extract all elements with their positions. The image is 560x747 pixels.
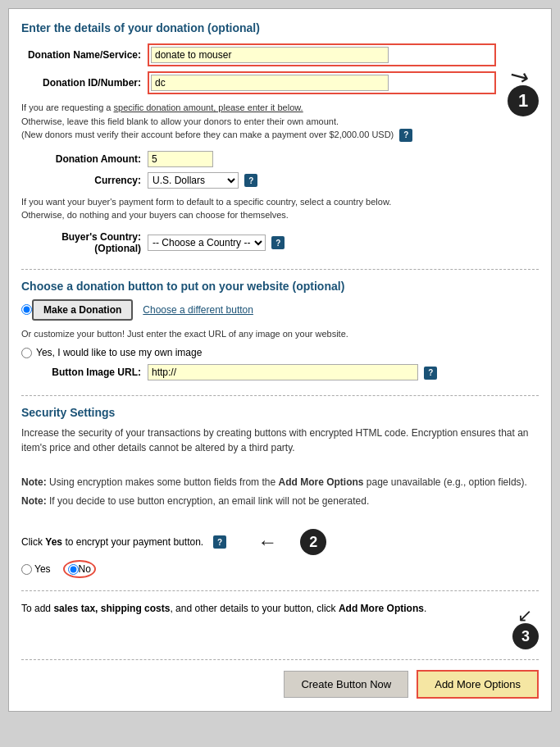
add-more-options-button[interactable]: Add More Options: [417, 670, 539, 699]
main-container: Enter the details of your donation (opti…: [8, 8, 552, 712]
section2-title: Choose a donation button to put on your …: [21, 280, 539, 293]
circle-1: 1: [508, 85, 539, 116]
donation-id-label: Donation ID/Number:: [21, 69, 144, 97]
encrypt-row: Click Yes to encrypt your payment button…: [21, 529, 539, 555]
create-button-now[interactable]: Create Button Now: [284, 671, 408, 698]
own-image-radio[interactable]: [21, 348, 32, 358]
country-form-table: Buyer's Country:(Optional) -- Choose a C…: [21, 229, 499, 257]
currency-select[interactable]: U.S. Dollars Euro British Pound Canadian…: [148, 172, 239, 189]
help-icon-amount[interactable]: ?: [399, 129, 412, 142]
own-image-row: Yes, I would like to use my own image: [21, 347, 539, 358]
section-security: Security Settings Increase the security …: [21, 406, 539, 578]
section1-title: Enter the details of your donation (opti…: [21, 21, 499, 34]
country-select[interactable]: -- Choose a Country -- United States Uni…: [148, 235, 266, 251]
sales-tax-bold: sales tax, shipping costs: [53, 603, 170, 614]
divider-2: [21, 395, 539, 396]
circle-3: 3: [512, 623, 539, 649]
section-donation-details: Enter the details of your donation (opti…: [21, 21, 539, 257]
donation-info-text: If you are requesting a specific donatio…: [21, 101, 499, 142]
section-add-more: To add sales tax, shipping costs, and ot…: [21, 601, 539, 649]
no-label[interactable]: No: [63, 560, 96, 578]
donation-name-label: Donation Name/Service:: [21, 41, 144, 69]
yes-text: Yes: [34, 563, 51, 575]
add-more-text-prefix: To add: [21, 603, 53, 614]
divider-1: [21, 269, 539, 270]
donation-form-table: Donation Name/Service: Donation ID/Numbe…: [21, 41, 499, 97]
make-donation-radio[interactable]: [21, 304, 32, 315]
add-more-text-mid: , and other details to your button, clic…: [170, 603, 338, 614]
button-url-input[interactable]: [148, 364, 418, 380]
amount-form-table: Donation Amount: Currency: U.S. Dollars …: [21, 148, 499, 191]
help-icon-currency[interactable]: ?: [244, 174, 257, 187]
buyers-country-label: Buyer's Country:(Optional): [21, 229, 144, 257]
add-more-text-suffix: .: [424, 603, 426, 614]
footer-buttons: Create Button Now Add More Options: [21, 670, 539, 699]
circle-2: 2: [300, 529, 326, 555]
encrypt-no-radio[interactable]: [68, 564, 79, 575]
button-choice-row: Make a Donation Choose a different butto…: [21, 299, 539, 321]
section3-title: Security Settings: [21, 406, 539, 419]
donation-amount-input[interactable]: [148, 151, 213, 167]
divider-3: [21, 590, 539, 591]
own-image-label: Yes, I would like to use my own image: [36, 347, 202, 358]
note1: Note: Using encryption makes some button…: [21, 475, 539, 490]
encrypt-label: Click Yes to encrypt your payment button…: [21, 536, 203, 548]
add-more-options-note1: Add More Options: [278, 476, 363, 488]
divider-4: [21, 659, 539, 660]
section-button-choice: Choose a donation button to put on your …: [21, 280, 539, 384]
donation-amount-label: Donation Amount:: [21, 148, 144, 170]
choose-different-link[interactable]: Choose a different button: [143, 304, 253, 316]
url-form-table: Button Image URL: ?: [21, 362, 539, 383]
encrypt-yes-radio[interactable]: [21, 564, 32, 575]
help-icon-encrypt[interactable]: ?: [213, 535, 226, 549]
country-info-text: If you want your buyer's payment form to…: [21, 195, 499, 222]
help-icon-country[interactable]: ?: [271, 236, 285, 249]
donation-id-input[interactable]: [151, 75, 389, 91]
currency-label: Currency:: [21, 170, 144, 191]
customize-text: Or customize your button! Just enter the…: [21, 327, 539, 341]
add-more-options-bold: Add More Options: [339, 603, 424, 614]
button-url-label: Button Image URL:: [21, 362, 144, 383]
note2: Note: If you decide to use button encryp…: [21, 494, 539, 508]
no-text: No: [79, 563, 91, 575]
donation-name-input[interactable]: [151, 47, 389, 63]
no-radio-wrap: No: [63, 560, 96, 578]
help-icon-url[interactable]: ?: [424, 367, 437, 380]
yes-label[interactable]: Yes: [21, 563, 51, 575]
make-donation-button[interactable]: Make a Donation: [32, 299, 133, 321]
yes-no-row: Yes No: [21, 560, 539, 578]
security-description: Increase the security of your transactio…: [21, 426, 539, 455]
